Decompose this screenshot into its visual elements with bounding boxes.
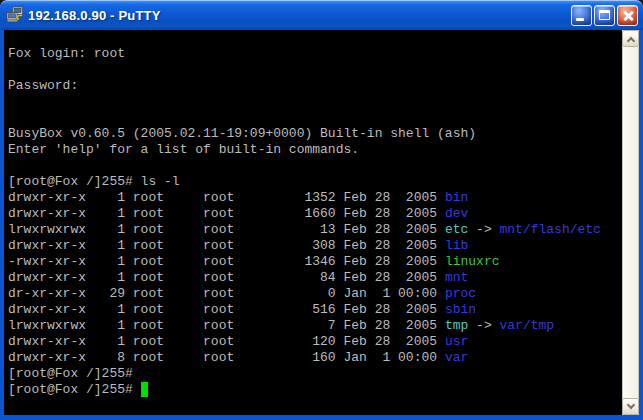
terminal-line: dr-xr-xr-x 29 root root 0 Jan 1 00:00 pr…: [8, 286, 622, 302]
terminal-line: drwxr-xr-x 8 root root 160 Jan 1 00:00 v…: [8, 350, 622, 366]
terminal-line: -rwxr-xr-x 1 root root 1346 Feb 28 2005 …: [8, 254, 622, 270]
minimize-icon: [576, 18, 584, 21]
chevron-down-icon: [626, 400, 634, 408]
close-button[interactable]: [617, 5, 638, 26]
terminal-line: drwxr-xr-x 1 root root 120 Feb 28 2005 u…: [8, 334, 622, 350]
chevron-up-icon: [626, 36, 634, 44]
scrollbar[interactable]: [622, 30, 639, 415]
putty-window: 192.168.0.90 - PuTTY Fox login: rootPass…: [0, 0, 643, 420]
maximize-button[interactable]: [594, 5, 615, 26]
terminal-line: Fox login: root: [8, 46, 622, 62]
terminal-line: [root@Fox /]255# ls -l: [8, 174, 622, 190]
scrollbar-up-button[interactable]: [622, 30, 639, 47]
window-controls: [571, 5, 638, 26]
terminal-output: Fox login: rootPassword:BusyBox v0.60.5 …: [8, 46, 622, 398]
window-body: Fox login: rootPassword:BusyBox v0.60.5 …: [0, 30, 643, 420]
minimize-button[interactable]: [571, 5, 592, 26]
terminal-line: drwxr-xr-x 1 root root 308 Feb 28 2005 l…: [8, 238, 622, 254]
terminal-screen[interactable]: Fox login: rootPassword:BusyBox v0.60.5 …: [4, 30, 622, 415]
terminal-line: Password:: [8, 78, 622, 94]
terminal-line: lrwxrwxrwx 1 root root 13 Feb 28 2005 et…: [8, 222, 622, 238]
terminal-line: lrwxrwxrwx 1 root root 7 Feb 28 2005 tmp…: [8, 318, 622, 334]
terminal-line: drwxr-xr-x 1 root root 84 Feb 28 2005 mn…: [8, 270, 622, 286]
scrollbar-down-button[interactable]: [622, 398, 639, 415]
title-bar[interactable]: 192.168.0.90 - PuTTY: [0, 0, 643, 30]
terminal-line: drwxr-xr-x 1 root root 516 Feb 28 2005 s…: [8, 302, 622, 318]
terminal-line: [root@Fox /]255#: [8, 366, 622, 382]
scrollbar-thumb[interactable]: [622, 47, 639, 398]
window-title: 192.168.0.90 - PuTTY: [28, 8, 571, 23]
terminal-line: drwxr-xr-x 1 root root 1660 Feb 28 2005 …: [8, 206, 622, 222]
terminal-line: [8, 110, 622, 126]
terminal-cursor: [141, 382, 149, 397]
close-icon: [623, 10, 634, 22]
terminal-line: [8, 62, 622, 78]
terminal-line: BusyBox v0.60.5 (2005.02.11-19:09+0000) …: [8, 126, 622, 142]
putty-icon[interactable]: [6, 6, 24, 24]
terminal-line: [8, 158, 622, 174]
terminal-line: Enter 'help' for a list of built-in comm…: [8, 142, 622, 158]
maximize-icon: [599, 10, 610, 20]
terminal-line: [8, 94, 622, 110]
terminal-line: [root@Fox /]255#: [8, 382, 622, 398]
terminal-line: drwxr-xr-x 1 root root 1352 Feb 28 2005 …: [8, 190, 622, 206]
